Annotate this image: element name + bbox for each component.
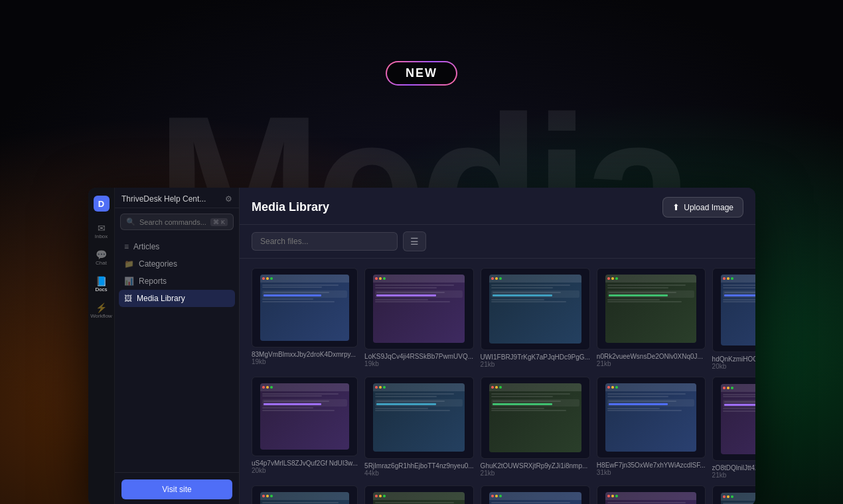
grid-toggle-button[interactable]: ☰ (403, 231, 426, 251)
media-library-icon: 🖼 (124, 294, 132, 303)
media-filesize: 21kb (481, 361, 590, 368)
docs-icon: 📘 (96, 277, 107, 286)
nav-item-reports[interactable]: 📊 Reports (119, 273, 235, 290)
upload-label: Upload Image (684, 203, 733, 212)
media-item[interactable]: H8EwF7jn35OxWe7xhYWiAzcdlSF... 31kb (597, 377, 706, 479)
media-thumbnail (481, 377, 590, 459)
media-filename: hdQnKzmiHOCdhgLRXxoEuKKxW5... (712, 355, 755, 363)
search-shortcut: ⌘ K (210, 218, 228, 226)
sidebar-item-workflow[interactable]: ⚡ Workflow (90, 299, 114, 323)
media-item[interactable]: thumb11 18kb (252, 485, 358, 504)
upload-icon: ⬆ (672, 202, 680, 212)
media-item[interactable]: thumb13 19kb (481, 485, 590, 504)
media-item[interactable]: 83MgVmBlmxxJby2droK4Dxmrpy... 19kb (252, 268, 358, 370)
media-item[interactable]: thumb14 20kb (597, 485, 706, 504)
media-thumbnail (597, 377, 706, 458)
icon-strip: D ✉ Inbox 💬 Chat 📘 Docs ⚡ Workflow (88, 188, 115, 504)
articles-label: Articles (133, 242, 159, 251)
media-filesize: 31kb (597, 469, 706, 476)
docs-label: Docs (95, 287, 107, 292)
media-item[interactable]: thumb12 22kb (364, 485, 474, 504)
media-thumbnail (252, 485, 358, 504)
workflow-icon: ⚡ (96, 303, 107, 312)
articles-icon: ≡ (124, 242, 129, 251)
workspace-name: ThriveDesk Help Cent... (121, 194, 206, 204)
media-filesize: 21kb (481, 470, 590, 477)
media-filename: LoKS9JqCv4ji4RSSkBb7PwmUVQ... (364, 353, 474, 360)
chat-icon: 💬 (96, 250, 107, 259)
media-filename: H8EwF7jn35OxWe7xhYWiAzcdlSF... (597, 462, 706, 469)
media-thumbnail (597, 485, 706, 504)
grid-icon: ☰ (410, 236, 419, 247)
media-item[interactable]: GhuK2tOUWSRXjtRp9yZJi1i8nmp... 21kb (481, 377, 590, 479)
media-filesize: 20kb (712, 363, 755, 370)
media-filename: 83MgVmBlmxxJby2droK4Dxmrpy... (252, 351, 358, 358)
main-header: Media Library ⬆ Upload Image (240, 188, 755, 225)
media-filename: 5RjImraz6gR1hhEjboTT4nz9nyeu0... (364, 462, 474, 470)
sidebar-item-chat[interactable]: 💬 Chat (90, 246, 114, 270)
sidebar-item-inbox[interactable]: ✉ Inbox (90, 220, 114, 243)
media-item[interactable]: 5RjImraz6gR1hhEjboTT4nz9nyeu0... 44kb (364, 377, 474, 479)
media-thumbnail (252, 377, 358, 456)
search-files-input[interactable] (252, 232, 398, 251)
media-filesize: 20kb (252, 467, 358, 474)
media-thumbnail (712, 485, 755, 504)
media-filename: zO8tDQlnilJtt4Zilln1ou6slsIfE9sJ... (712, 464, 755, 472)
sidebar-header-actions: ⚙ (225, 194, 232, 204)
settings-icon[interactable]: ⚙ (225, 194, 232, 204)
media-thumbnail (481, 485, 590, 504)
reports-label: Reports (139, 277, 167, 286)
search-input[interactable] (139, 218, 206, 226)
nav-item-articles[interactable]: ≡ Articles (119, 238, 235, 255)
media-filename: UWI1FBRJ9TrKgK7aPJqHDc9PgG... (481, 353, 590, 361)
search-bar[interactable]: 🔍 ⌘ K (120, 214, 234, 230)
toolbar: ☰ (240, 225, 755, 259)
visit-site-button[interactable]: Visit site (121, 479, 232, 499)
upload-image-button[interactable]: ⬆ Upload Image (662, 197, 743, 218)
media-item[interactable]: UWI1FBRJ9TrKgK7aPJqHDc9PgG... 21kb (481, 268, 590, 370)
page-title: Media Library (252, 200, 329, 214)
media-item[interactable]: hdQnKzmiHOCdhgLRXxoEuKKxW5... 20kb (712, 268, 755, 370)
media-thumbnail (364, 268, 474, 349)
sidebar-header: ThriveDesk Help Cent... ⚙ (115, 188, 239, 208)
workflow-label: Workflow (90, 314, 112, 319)
media-filesize: 19kb (364, 360, 474, 367)
media-thumbnail (364, 485, 474, 504)
sidebar-nav: ≡ Articles 📁 Categories 📊 Reports 🖼 Medi… (115, 235, 239, 472)
inbox-label: Inbox (95, 234, 108, 239)
media-filename: n0Rk2vueeWsnsDe2ONlv0XNq0J... (597, 353, 706, 360)
media-item[interactable]: thumb15 17kb (712, 485, 755, 504)
media-thumbnail (597, 268, 706, 349)
media-filesize: 21kb (597, 360, 706, 367)
media-thumbnail (252, 268, 358, 347)
media-filesize: 19kb (252, 358, 358, 365)
media-filesize: 44kb (364, 470, 474, 477)
sidebar-item-docs[interactable]: 📘 Docs (90, 273, 114, 296)
app-logo: D (94, 196, 110, 212)
media-library-label: Media Library (137, 294, 185, 303)
media-filesize: 21kb (712, 472, 755, 479)
categories-icon: 📁 (124, 259, 134, 269)
new-badge: NEW (386, 61, 457, 86)
categories-label: Categories (139, 259, 177, 269)
sidebar-panel: ThriveDesk Help Cent... ⚙ 🔍 ⌘ K ≡ Articl… (115, 188, 240, 504)
media-thumbnail (712, 268, 755, 352)
media-item[interactable]: uS4p7vMrlLS8ZJvQuf2Gf NdUI3w... 20kb (252, 377, 358, 479)
media-grid: 83MgVmBlmxxJby2droK4Dxmrpy... 19kb (240, 259, 755, 504)
media-thumbnail (712, 377, 755, 461)
sidebar-bottom: Visit site (115, 472, 239, 504)
inbox-icon: ✉ (98, 223, 106, 233)
media-item[interactable]: LoKS9JqCv4ji4RSSkBb7PwmUVQ... 19kb (364, 268, 474, 370)
main-content: Media Library ⬆ Upload Image ☰ (240, 188, 755, 504)
media-item[interactable]: n0Rk2vueeWsnsDe2ONlv0XNq0J... 21kb (597, 268, 706, 370)
search-icon: 🔍 (126, 218, 135, 226)
media-thumbnail (481, 268, 590, 350)
chat-label: Chat (96, 261, 107, 266)
media-thumbnail (364, 377, 474, 458)
app-window: D ✉ Inbox 💬 Chat 📘 Docs ⚡ Workflow Thriv… (88, 188, 755, 504)
nav-item-categories[interactable]: 📁 Categories (119, 255, 235, 273)
media-filename: uS4p7vMrlLS8ZJvQuf2Gf NdUI3w... (252, 460, 358, 467)
nav-item-media-library[interactable]: 🖼 Media Library (119, 290, 235, 307)
media-item[interactable]: zO8tDQlnilJtt4Zilln1ou6slsIfE9sJ... 21kb (712, 377, 755, 479)
media-filename: GhuK2tOUWSRXjtRp9yZJi1i8nmp... (481, 462, 590, 470)
